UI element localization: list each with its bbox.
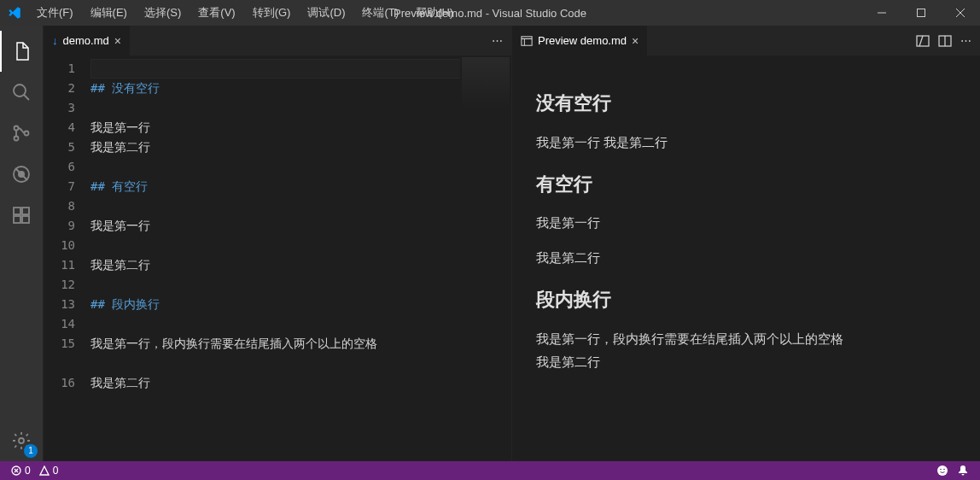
menu-file[interactable]: 文件(F) <box>29 0 81 26</box>
more-actions-icon[interactable]: ⋯ <box>960 34 971 47</box>
svg-rect-10 <box>22 208 29 214</box>
tabs-right: Preview demo.md × ⋯ <box>512 26 980 56</box>
debug-icon[interactable] <box>0 154 43 195</box>
line-gutter: 123456789101112131415 16 <box>44 56 90 461</box>
minimize-button[interactable] <box>862 0 901 26</box>
tab-label: demo.md <box>63 34 109 47</box>
current-line-highlight <box>90 59 496 79</box>
svg-point-18 <box>943 469 945 471</box>
editor-area: ↓ demo.md × ⋯ 123456789101112131415 16 #… <box>43 26 980 461</box>
preview-heading: 没有空行 <box>536 86 956 120</box>
vscode-logo-icon <box>0 5 29 20</box>
svg-point-6 <box>18 171 25 178</box>
code-area[interactable]: ## 没有空行 我是第一行我是第二行 ## 有空行 我是第一行 我是第二行 ##… <box>90 56 511 461</box>
editor-body[interactable]: 123456789101112131415 16 ## 没有空行 我是第一行我是… <box>44 56 511 461</box>
svg-point-11 <box>19 438 24 443</box>
activity-bar: 1 <box>0 26 43 461</box>
preview-paragraph: 我是第一行 <box>536 211 956 234</box>
close-icon[interactable]: × <box>632 34 639 48</box>
status-errors[interactable]: 0 <box>7 465 35 477</box>
preview-paragraph: 我是第二行 <box>536 246 956 269</box>
close-button[interactable] <box>941 0 980 26</box>
status-warnings[interactable]: 0 <box>35 465 63 477</box>
tab-demo-md[interactable]: ↓ demo.md × <box>44 26 131 56</box>
menu-view[interactable]: 查看(V) <box>190 0 242 26</box>
tab-label: Preview demo.md <box>538 34 627 47</box>
svg-rect-0 <box>918 9 925 17</box>
menu-edit[interactable]: 编辑(E) <box>83 0 135 26</box>
preview-heading: 有空行 <box>536 167 956 202</box>
explorer-icon[interactable] <box>0 31 43 72</box>
show-source-icon[interactable] <box>916 34 930 48</box>
markdown-preview[interactable]: 没有空行 我是第一行 我是第二行 有空行 我是第一行 我是第二行 段内换行 我是… <box>512 56 980 461</box>
close-icon[interactable]: × <box>114 34 121 48</box>
settings-gear-icon[interactable]: 1 <box>0 420 43 461</box>
warning-count: 0 <box>53 465 59 477</box>
preview-paragraph: 我是第一行，段内换行需要在结尾插入两个以上的空格我是第二行 <box>536 327 956 373</box>
svg-point-4 <box>25 132 29 136</box>
preview-paragraph: 我是第一行 我是第二行 <box>536 131 956 154</box>
menu-terminal[interactable]: 终端(T) <box>354 0 406 26</box>
search-icon[interactable] <box>0 72 43 113</box>
preview-icon <box>521 35 533 47</box>
editor-pane-left: ↓ demo.md × ⋯ 123456789101112131415 16 #… <box>43 26 511 461</box>
menu-selection[interactable]: 选择(S) <box>137 0 189 26</box>
feedback-smiley-icon[interactable] <box>932 465 953 477</box>
window-controls <box>862 0 980 26</box>
menu-help[interactable]: 帮助(H) <box>408 0 461 26</box>
svg-rect-8 <box>14 216 20 223</box>
menu-debug[interactable]: 调试(D) <box>300 0 353 26</box>
source-control-icon[interactable] <box>0 113 43 154</box>
tabs-left: ↓ demo.md × ⋯ <box>44 26 511 56</box>
warning-icon <box>39 465 50 476</box>
settings-badge: 1 <box>24 444 38 458</box>
menu-go[interactable]: 转到(G) <box>245 0 299 26</box>
notifications-bell-icon[interactable] <box>953 465 973 477</box>
menu-bar: 文件(F) 编辑(E) 选择(S) 查看(V) 转到(G) 调试(D) 终端(T… <box>29 0 461 26</box>
main-area: 1 ↓ demo.md × ⋯ 123456789101112131415 16… <box>0 26 980 461</box>
error-icon <box>11 465 21 476</box>
preview-heading: 段内换行 <box>536 283 956 317</box>
markdown-file-icon: ↓ <box>52 34 58 47</box>
more-actions-icon[interactable]: ⋯ <box>492 34 503 47</box>
tab-preview-demo-md[interactable]: Preview demo.md × <box>512 26 648 56</box>
status-bar: 0 0 <box>0 461 980 480</box>
svg-rect-12 <box>522 36 532 45</box>
titlebar: 文件(F) 编辑(E) 选择(S) 查看(V) 转到(G) 调试(D) 终端(T… <box>0 0 980 26</box>
minimap-thumb <box>462 57 510 108</box>
extensions-icon[interactable] <box>0 195 43 236</box>
svg-point-3 <box>15 137 19 141</box>
maximize-button[interactable] <box>901 0 941 26</box>
error-count: 0 <box>25 465 31 477</box>
svg-rect-9 <box>22 216 29 223</box>
svg-point-16 <box>937 465 948 476</box>
editor-pane-right: Preview demo.md × ⋯ 没有空行 我是第一行 我是第二行 有空行… <box>511 26 980 461</box>
split-editor-icon[interactable] <box>938 34 952 48</box>
svg-point-17 <box>940 469 942 471</box>
minimap[interactable] <box>460 56 511 461</box>
svg-point-1 <box>14 85 26 97</box>
svg-point-2 <box>15 126 19 131</box>
svg-rect-7 <box>14 208 20 214</box>
